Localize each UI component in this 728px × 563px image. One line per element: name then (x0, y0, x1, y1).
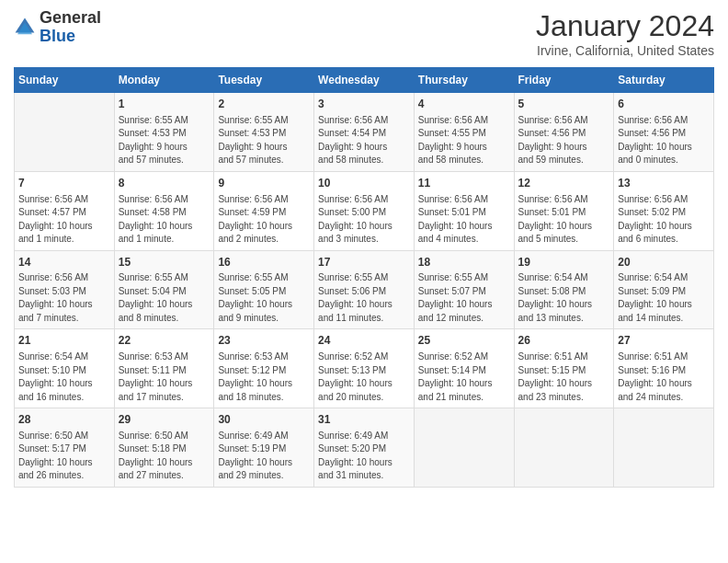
day-info: Sunrise: 6:56 AM Sunset: 5:01 PM Dayligh… (518, 193, 610, 247)
day-number: 2 (218, 97, 310, 112)
weekday-header-thursday: Thursday (414, 68, 514, 93)
day-number: 29 (119, 412, 210, 428)
logo-general: General (40, 8, 101, 27)
day-number: 31 (318, 412, 410, 428)
calendar-cell: 24Sunrise: 6:52 AM Sunset: 5:13 PM Dayli… (314, 329, 415, 408)
calendar-cell: 2Sunrise: 6:55 AM Sunset: 4:53 PM Daylig… (214, 93, 314, 172)
day-number: 25 (418, 333, 510, 349)
weekday-header-tuesday: Tuesday (214, 68, 314, 93)
day-number: 3 (318, 97, 410, 112)
day-info: Sunrise: 6:55 AM Sunset: 4:53 PM Dayligh… (218, 114, 310, 167)
calendar-cell: 21Sunrise: 6:54 AM Sunset: 5:10 PM Dayli… (15, 329, 115, 408)
title-block: January 2024 Irvine, California, United … (536, 9, 714, 58)
day-info: Sunrise: 6:55 AM Sunset: 5:04 PM Dayligh… (119, 271, 210, 325)
weekday-header-monday: Monday (114, 68, 214, 93)
calendar-week-row: 28Sunrise: 6:50 AM Sunset: 5:17 PM Dayli… (15, 408, 714, 488)
calendar-table: SundayMondayTuesdayWednesdayThursdayFrid… (14, 67, 714, 488)
calendar-cell: 6Sunrise: 6:56 AM Sunset: 4:56 PM Daylig… (614, 93, 714, 172)
logo-blue: Blue (40, 27, 75, 45)
calendar-cell: 19Sunrise: 6:54 AM Sunset: 5:08 PM Dayli… (514, 250, 614, 329)
day-number: 18 (418, 255, 510, 270)
calendar-cell: 7Sunrise: 6:56 AM Sunset: 4:57 PM Daylig… (15, 171, 115, 250)
calendar-cell: 10Sunrise: 6:56 AM Sunset: 5:00 PM Dayli… (314, 171, 415, 250)
day-info: Sunrise: 6:53 AM Sunset: 5:11 PM Dayligh… (119, 350, 210, 404)
day-number: 26 (518, 333, 610, 349)
day-number: 12 (518, 176, 610, 191)
day-info: Sunrise: 6:52 AM Sunset: 5:14 PM Dayligh… (418, 350, 510, 404)
calendar-cell: 5Sunrise: 6:56 AM Sunset: 4:56 PM Daylig… (514, 93, 614, 172)
calendar-cell (514, 408, 614, 488)
calendar-cell: 20Sunrise: 6:54 AM Sunset: 5:09 PM Dayli… (614, 250, 714, 329)
calendar-cell (15, 93, 115, 172)
day-info: Sunrise: 6:56 AM Sunset: 4:59 PM Dayligh… (218, 193, 310, 247)
calendar-cell: 18Sunrise: 6:55 AM Sunset: 5:07 PM Dayli… (414, 250, 514, 329)
calendar-cell: 4Sunrise: 6:56 AM Sunset: 4:55 PM Daylig… (414, 93, 514, 172)
day-number: 28 (18, 412, 110, 428)
day-info: Sunrise: 6:56 AM Sunset: 5:02 PM Dayligh… (618, 193, 710, 247)
day-info: Sunrise: 6:54 AM Sunset: 5:10 PM Dayligh… (18, 350, 110, 404)
day-info: Sunrise: 6:54 AM Sunset: 5:09 PM Dayligh… (618, 271, 710, 325)
calendar-cell: 16Sunrise: 6:55 AM Sunset: 5:05 PM Dayli… (214, 250, 314, 329)
day-info: Sunrise: 6:56 AM Sunset: 4:56 PM Dayligh… (518, 114, 610, 167)
day-number: 1 (119, 97, 210, 112)
day-number: 13 (618, 176, 710, 191)
day-number: 19 (518, 255, 610, 270)
calendar-cell: 9Sunrise: 6:56 AM Sunset: 4:59 PM Daylig… (214, 171, 314, 250)
logo-icon (14, 17, 36, 39)
day-number: 15 (119, 255, 210, 270)
day-info: Sunrise: 6:51 AM Sunset: 5:15 PM Dayligh… (518, 350, 610, 404)
calendar-cell: 13Sunrise: 6:56 AM Sunset: 5:02 PM Dayli… (614, 171, 714, 250)
month-title: January 2024 (536, 9, 714, 43)
day-number: 14 (18, 255, 110, 270)
day-info: Sunrise: 6:49 AM Sunset: 5:20 PM Dayligh… (318, 430, 410, 483)
day-info: Sunrise: 6:56 AM Sunset: 5:00 PM Dayligh… (318, 193, 410, 247)
calendar-cell: 1Sunrise: 6:55 AM Sunset: 4:53 PM Daylig… (114, 93, 214, 172)
day-info: Sunrise: 6:55 AM Sunset: 5:06 PM Dayligh… (318, 271, 410, 325)
logo-text: General Blue (40, 9, 101, 46)
calendar-cell: 31Sunrise: 6:49 AM Sunset: 5:20 PM Dayli… (314, 408, 415, 488)
day-info: Sunrise: 6:56 AM Sunset: 4:56 PM Dayligh… (618, 114, 710, 167)
day-info: Sunrise: 6:56 AM Sunset: 5:01 PM Dayligh… (418, 193, 510, 247)
day-number: 30 (218, 412, 310, 428)
day-number: 22 (119, 333, 210, 349)
day-info: Sunrise: 6:50 AM Sunset: 5:18 PM Dayligh… (119, 430, 210, 483)
calendar-cell: 11Sunrise: 6:56 AM Sunset: 5:01 PM Dayli… (414, 171, 514, 250)
day-number: 6 (618, 97, 710, 112)
day-info: Sunrise: 6:55 AM Sunset: 4:53 PM Dayligh… (119, 114, 210, 167)
day-info: Sunrise: 6:49 AM Sunset: 5:19 PM Dayligh… (218, 430, 310, 483)
calendar-cell: 15Sunrise: 6:55 AM Sunset: 5:04 PM Dayli… (114, 250, 214, 329)
day-number: 9 (218, 176, 310, 191)
day-number: 24 (318, 333, 410, 349)
day-info: Sunrise: 6:56 AM Sunset: 4:54 PM Dayligh… (318, 114, 410, 167)
day-info: Sunrise: 6:56 AM Sunset: 5:03 PM Dayligh… (18, 271, 110, 325)
day-number: 7 (18, 176, 110, 191)
calendar-week-row: 21Sunrise: 6:54 AM Sunset: 5:10 PM Dayli… (15, 329, 714, 408)
day-info: Sunrise: 6:50 AM Sunset: 5:17 PM Dayligh… (18, 430, 110, 483)
day-info: Sunrise: 6:51 AM Sunset: 5:16 PM Dayligh… (618, 350, 710, 404)
page-header: General Blue January 2024 Irvine, Califo… (14, 9, 714, 58)
day-info: Sunrise: 6:56 AM Sunset: 4:55 PM Dayligh… (418, 114, 510, 167)
logo: General Blue (14, 9, 101, 46)
calendar-week-row: 14Sunrise: 6:56 AM Sunset: 5:03 PM Dayli… (15, 250, 714, 329)
calendar-cell: 30Sunrise: 6:49 AM Sunset: 5:19 PM Dayli… (214, 408, 314, 488)
calendar-header: SundayMondayTuesdayWednesdayThursdayFrid… (15, 68, 714, 93)
calendar-cell: 29Sunrise: 6:50 AM Sunset: 5:18 PM Dayli… (114, 408, 214, 488)
calendar-week-row: 1Sunrise: 6:55 AM Sunset: 4:53 PM Daylig… (15, 93, 714, 172)
day-number: 21 (18, 333, 110, 349)
day-number: 20 (618, 255, 710, 270)
calendar-cell: 14Sunrise: 6:56 AM Sunset: 5:03 PM Dayli… (15, 250, 115, 329)
day-info: Sunrise: 6:56 AM Sunset: 4:57 PM Dayligh… (18, 193, 110, 247)
day-number: 16 (218, 255, 310, 270)
calendar-cell: 17Sunrise: 6:55 AM Sunset: 5:06 PM Dayli… (314, 250, 415, 329)
weekday-header-row: SundayMondayTuesdayWednesdayThursdayFrid… (15, 68, 714, 93)
calendar-cell (414, 408, 514, 488)
calendar-cell: 22Sunrise: 6:53 AM Sunset: 5:11 PM Dayli… (114, 329, 214, 408)
weekday-header-saturday: Saturday (614, 68, 714, 93)
day-number: 4 (418, 97, 510, 112)
day-info: Sunrise: 6:56 AM Sunset: 4:58 PM Dayligh… (119, 193, 210, 247)
day-info: Sunrise: 6:53 AM Sunset: 5:12 PM Dayligh… (218, 350, 310, 404)
day-number: 11 (418, 176, 510, 191)
day-info: Sunrise: 6:55 AM Sunset: 5:07 PM Dayligh… (418, 271, 510, 325)
calendar-cell: 23Sunrise: 6:53 AM Sunset: 5:12 PM Dayli… (214, 329, 314, 408)
weekday-header-wednesday: Wednesday (314, 68, 415, 93)
